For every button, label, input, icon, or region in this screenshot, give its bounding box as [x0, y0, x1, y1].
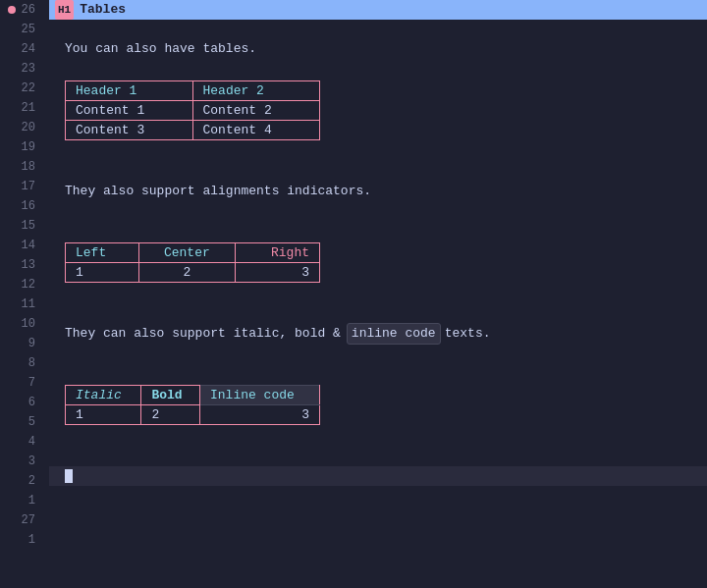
empty-row-6: [49, 363, 707, 383]
line-num-8: 8: [0, 353, 41, 373]
line-num-27: 27: [0, 510, 41, 530]
line-num-15: 15: [0, 216, 41, 236]
table-2-row-1: 1 2 3: [66, 263, 320, 283]
line-numbers: 26 25 24 23 22 21 20 19 18 17 16 15 14 1…: [0, 0, 49, 588]
line-num-3: 3: [0, 452, 41, 471]
empty-row-7: [49, 344, 707, 363]
prose-line-8: They can also support italic, bold & inl…: [49, 324, 707, 344]
empty-row-14: [49, 221, 707, 241]
table-2-header-center: Center: [139, 243, 236, 263]
table-2-cell-1-1: 1: [66, 263, 139, 283]
empty-row-18: [49, 142, 707, 162]
empty-row-10: [49, 285, 707, 304]
line-num-4: 4: [0, 432, 41, 452]
line-num-7: 7: [0, 373, 41, 393]
line-num-23: 23: [0, 59, 41, 79]
prose-text-16: They also support alignments indicators.: [65, 182, 371, 201]
table-2-header-right: Right: [235, 243, 319, 263]
heading-line: H1 Tables: [49, 0, 707, 20]
line-num-26: 26: [0, 0, 41, 20]
prose-line-16: They also support alignments indicators.: [49, 182, 707, 201]
table-2-wrapper: Left Center Right 1 2 3: [65, 242, 707, 283]
line-num-19: 19: [0, 137, 41, 157]
line-num-5: 5: [0, 412, 41, 432]
table-1: Header 1 Header 2 Content 1 Content 2 Co…: [65, 80, 320, 140]
table-1-cell-2-2: Content 4: [192, 121, 320, 140]
empty-row-25: [49, 20, 707, 39]
table-1-wrapper: Header 1 Header 2 Content 1 Content 2 Co…: [65, 80, 707, 140]
line-num-16: 16: [0, 196, 41, 216]
prose-text-8-after: texts.: [445, 324, 491, 344]
empty-row-bottom: [49, 486, 707, 506]
table-1-row-2: Content 3 Content 4: [66, 121, 320, 140]
table-2: Left Center Right 1 2 3: [65, 242, 320, 283]
table-1-cell-2-1: Content 3: [66, 121, 193, 140]
line-num-6: 6: [0, 393, 41, 412]
empty-row-23: [49, 59, 707, 79]
table-2-header-left: Left: [66, 243, 139, 263]
table-1-header-col-1: Header 1: [66, 81, 193, 101]
line-num-9: 9: [0, 334, 41, 353]
line-num-22: 22: [0, 79, 41, 98]
table-3-cell-1-3: 3: [200, 405, 320, 425]
breakpoint-dot: [8, 6, 16, 14]
editor-content: H1 Tables You can also have tables. Head…: [49, 0, 707, 588]
table-1-row-1: Content 1 Content 2: [66, 101, 320, 121]
table-2-cell-1-2: 2: [139, 263, 236, 283]
line-num-2: 2: [0, 471, 41, 491]
line-num-21: 21: [0, 98, 41, 118]
table-3: Italic Bold Inline code 1 2 3: [65, 385, 320, 425]
line-num-18: 18: [0, 157, 41, 177]
prose-text-8-before: They can also support italic, bold &: [65, 324, 341, 344]
cursor-line[interactable]: [49, 466, 707, 486]
line-num-13: 13: [0, 255, 41, 275]
table-1-header-col-2: Header 2: [192, 81, 320, 101]
line-num-14: 14: [0, 236, 41, 255]
empty-row-1: [49, 447, 707, 466]
heading-icon: H1: [55, 0, 74, 20]
table-3-cell-1-1: 1: [66, 405, 141, 425]
table-3-header-row: Italic Bold Inline code: [66, 386, 320, 405]
table-1-header-row: Header 1 Header 2: [66, 81, 320, 101]
empty-row-2: [49, 427, 707, 447]
line-num-20: 20: [0, 118, 41, 137]
heading-text: Tables: [80, 0, 126, 20]
table-3-row-1: 1 2 3: [66, 405, 320, 425]
line-num-11: 11: [0, 294, 41, 314]
line-num-24: 24: [0, 39, 41, 59]
table-3-header-italic: Italic: [66, 386, 141, 405]
table-3-cell-1-2: 2: [141, 405, 200, 425]
prose-text-24: You can also have tables.: [65, 39, 256, 59]
line-num-25: 25: [0, 20, 41, 39]
prose-line-24: You can also have tables.: [49, 39, 707, 59]
line-num-1a: 1: [0, 491, 41, 510]
table-1-cell-1-2: Content 2: [192, 101, 320, 121]
line-num-10: 10: [0, 314, 41, 334]
empty-row-17: [49, 162, 707, 182]
table-2-header-row: Left Center Right: [66, 243, 320, 263]
table-2-cell-1-3: 3: [235, 263, 319, 283]
line-num-1b: 1: [0, 530, 41, 550]
empty-row-9: [49, 304, 707, 324]
table-3-header-bold: Bold: [141, 386, 200, 405]
cursor-block: [65, 469, 73, 483]
line-num-12: 12: [0, 275, 41, 294]
table-3-wrapper: Italic Bold Inline code 1 2 3: [65, 385, 707, 425]
table-1-cell-1-1: Content 1: [66, 101, 193, 121]
line-num-17: 17: [0, 177, 41, 196]
inline-code-span: inline code: [347, 323, 441, 345]
empty-row-15: [49, 201, 707, 221]
table-3-header-code: Inline code: [200, 386, 320, 405]
